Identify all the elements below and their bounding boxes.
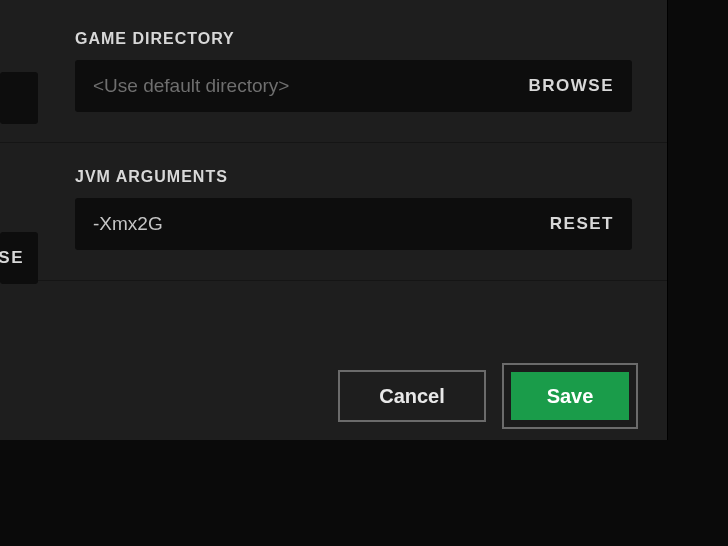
action-row: Cancel Save bbox=[0, 352, 668, 440]
save-button[interactable]: Save bbox=[511, 372, 629, 420]
jvm-arguments-input[interactable] bbox=[93, 213, 550, 235]
jvm-arguments-section: JVM ARGUMENTS RESET bbox=[0, 143, 667, 281]
settings-panel: GAME DIRECTORY BROWSE JVM ARGUMENTS RESE… bbox=[0, 0, 668, 440]
save-button-highlight: Save bbox=[502, 363, 638, 429]
jvm-arguments-label: JVM ARGUMENTS bbox=[75, 168, 632, 186]
jvm-arguments-field: RESET bbox=[75, 198, 632, 250]
cutoff-field-top bbox=[0, 72, 38, 124]
game-directory-field: BROWSE bbox=[75, 60, 632, 112]
cancel-button[interactable]: Cancel bbox=[338, 370, 486, 422]
reset-button[interactable]: RESET bbox=[550, 214, 614, 234]
game-directory-section: GAME DIRECTORY BROWSE bbox=[0, 0, 667, 143]
game-directory-input[interactable] bbox=[93, 75, 529, 97]
game-directory-label: GAME DIRECTORY bbox=[75, 30, 632, 48]
browse-button[interactable]: BROWSE bbox=[529, 76, 615, 96]
cutoff-field-mid: SE bbox=[0, 232, 38, 284]
cutoff-text-mid: SE bbox=[0, 248, 24, 268]
